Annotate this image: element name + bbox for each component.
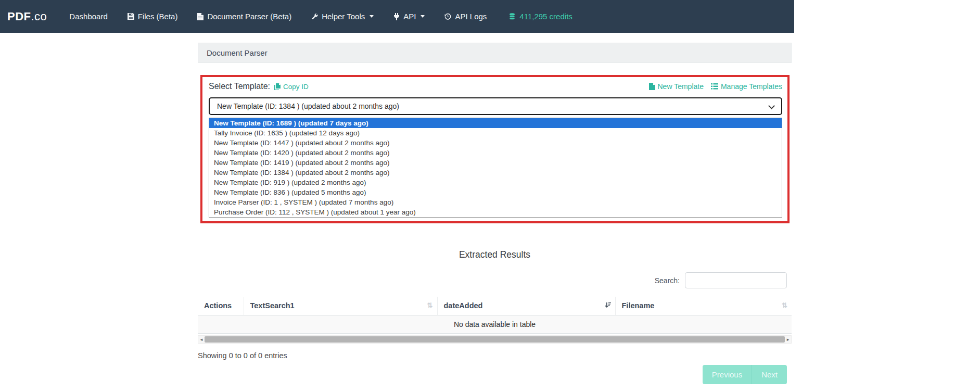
- column-label: TextSearch1: [250, 301, 295, 310]
- file-icon: [649, 83, 655, 90]
- template-option[interactable]: New Template (ID: 1689 ) (updated 7 days…: [209, 118, 782, 128]
- template-option[interactable]: New Template (ID: 1447 ) (updated about …: [209, 138, 782, 148]
- scroll-right-icon[interactable]: ▸: [785, 336, 791, 343]
- document-parser-page: Document Parser Select Template: Copy ID: [198, 43, 792, 392]
- template-option[interactable]: Purchase Order (ID: 112 , SYSTEM ) (upda…: [209, 207, 782, 217]
- column-label: Actions: [204, 301, 232, 310]
- new-template-label: New Template: [658, 82, 704, 91]
- search-label: Search:: [655, 276, 680, 285]
- file-icon: [197, 13, 203, 20]
- template-option[interactable]: New Template (ID: 919 ) (updated 2 month…: [209, 178, 782, 187]
- template-option[interactable]: New Template (ID: 1419 ) (updated about …: [209, 158, 782, 168]
- chevron-down-icon: [370, 15, 374, 18]
- search-bar: Search:: [198, 272, 792, 288]
- nav-label-api-logs: API Logs: [455, 12, 487, 21]
- chevron-down-icon: [421, 15, 425, 18]
- copy-id-label: Copy ID: [283, 83, 309, 91]
- credits-label: 411,295 credits: [519, 12, 572, 21]
- brand-logo-bold: PDF: [7, 10, 31, 23]
- empty-table-message: No data available in table: [198, 315, 792, 334]
- template-toolbar: Select Template: Copy ID New Template: [209, 82, 782, 91]
- history-icon: [444, 13, 451, 20]
- list-icon: [711, 83, 718, 90]
- column-header-dateadded[interactable]: dateAdded: [437, 297, 615, 315]
- nav-item-helper-tools[interactable]: Helper Tools: [301, 0, 384, 33]
- nav-label-files: Files (Beta): [138, 12, 178, 21]
- sort-both-icon: ⇅: [782, 301, 787, 309]
- search-input[interactable]: [685, 272, 787, 288]
- table-header-row: Actions TextSearch1 ⇅ dateAdded Filename: [198, 297, 792, 315]
- column-header-textsearch1[interactable]: TextSearch1 ⇅: [244, 297, 437, 315]
- extracted-results-title: Extracted Results: [198, 249, 792, 260]
- template-option[interactable]: New Template (ID: 1384 ) (updated about …: [209, 168, 782, 178]
- brand-logo-suffix: .co: [31, 10, 47, 23]
- credits-badge[interactable]: 411,295 credits: [499, 0, 582, 33]
- page-title: Document Parser: [198, 43, 792, 63]
- nav-label-dashboard: Dashboard: [69, 12, 107, 21]
- nav-label-document-parser: Document Parser (Beta): [207, 12, 291, 21]
- results-table: Actions TextSearch1 ⇅ dateAdded Filename: [198, 297, 792, 334]
- nav-label-helper-tools: Helper Tools: [322, 12, 365, 21]
- template-option[interactable]: New Template (ID: 836 ) (updated 5 month…: [209, 187, 782, 197]
- column-header-actions: Actions: [198, 297, 244, 315]
- template-select-value: New Template (ID: 1384 ) (updated about …: [217, 102, 399, 110]
- horizontal-scrollbar[interactable]: ◂ ▸: [198, 335, 792, 344]
- column-label: dateAdded: [444, 301, 483, 310]
- nav-item-dashboard[interactable]: Dashboard: [59, 0, 117, 33]
- panel-body: Select Template: Copy ID New Template: [198, 75, 792, 392]
- pagination: Previous Next: [198, 365, 792, 384]
- copy-id-link[interactable]: Copy ID: [274, 83, 309, 91]
- next-button[interactable]: Next: [752, 365, 787, 384]
- chevron-down-icon: [768, 103, 775, 109]
- save-icon: [128, 13, 134, 20]
- brand-logo[interactable]: PDF.co: [0, 10, 59, 23]
- navbar: PDF.co Dashboard Files (Beta) Document P…: [0, 0, 794, 33]
- sort-desc-icon: [605, 301, 611, 309]
- previous-button[interactable]: Previous: [703, 365, 752, 384]
- showing-entries-status: Showing 0 to 0 of 0 entries: [198, 351, 792, 360]
- wrench-icon: [311, 13, 318, 20]
- template-option[interactable]: New Template (ID: 1420 ) (updated about …: [209, 148, 782, 158]
- template-select[interactable]: New Template (ID: 1384 ) (updated about …: [209, 97, 782, 115]
- select-template-label: Select Template:: [209, 82, 270, 91]
- table-empty-row: No data available in table: [198, 315, 792, 334]
- coins-icon: [508, 13, 516, 20]
- nav-label-api: API: [403, 12, 416, 21]
- new-template-link[interactable]: New Template: [649, 82, 704, 91]
- manage-templates-link[interactable]: Manage Templates: [711, 82, 782, 91]
- column-label: Filename: [622, 301, 655, 310]
- nav-item-api-logs[interactable]: API Logs: [435, 0, 497, 33]
- nav-item-api[interactable]: API: [384, 0, 435, 33]
- sort-both-icon: ⇅: [427, 301, 433, 309]
- column-header-filename[interactable]: Filename ⇅: [615, 297, 792, 315]
- scroll-left-icon[interactable]: ◂: [198, 336, 205, 343]
- template-option[interactable]: Tally Invoice (ID: 1635 ) (updated 12 da…: [209, 128, 782, 138]
- manage-templates-label: Manage Templates: [721, 82, 782, 91]
- template-dropdown-list: New Template (ID: 1689 ) (updated 7 days…: [209, 118, 782, 218]
- nav-item-files[interactable]: Files (Beta): [118, 0, 188, 33]
- annotation-red-box: Select Template: Copy ID New Template: [200, 75, 790, 223]
- plug-icon: [393, 13, 400, 20]
- nav-item-document-parser[interactable]: Document Parser (Beta): [187, 0, 301, 33]
- copy-icon: [274, 83, 281, 90]
- scrollbar-thumb[interactable]: [205, 336, 785, 343]
- template-option[interactable]: Invoice Parser (ID: 1 , SYSTEM ) (update…: [209, 197, 782, 207]
